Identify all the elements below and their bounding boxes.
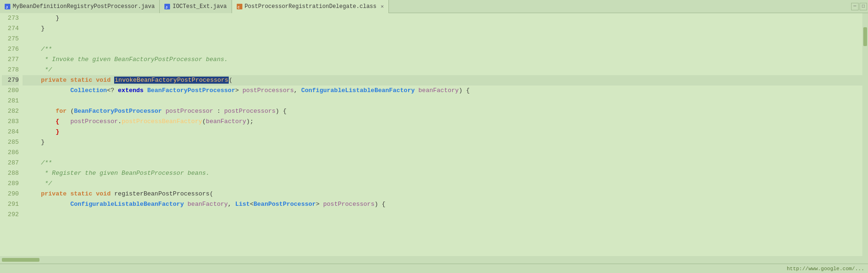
scrollbar-vertical[interactable] — [862, 13, 868, 256]
scrollbar-thumb-h[interactable] — [2, 258, 39, 262]
scrollbar-horizontal[interactable] — [0, 256, 862, 264]
maximize-button[interactable]: □ — [860, 3, 867, 10]
tab-close-button[interactable]: ✕ — [381, 3, 384, 9]
minimize-button[interactable]: ─ — [851, 3, 859, 10]
tab-label3: PostProcessorRegistrationDelegate.class — [245, 3, 377, 10]
tab-label: MyBeanDefinitionRegistryPostProcessor.ja… — [13, 3, 155, 10]
scrollbar-thumb-v[interactable] — [863, 27, 867, 46]
tab-postprocessor[interactable]: C PostProcessorRegistrationDelegate.clas… — [232, 0, 389, 13]
tab-mybeandef[interactable]: J MyBeanDefinitionRegistryPostProcessor.… — [0, 0, 160, 13]
code-line-290: private static void registerBeanPostProc… — [23, 189, 868, 199]
code-content[interactable]: } } /** * Invoke the given BeanFactoryPo… — [23, 13, 868, 264]
tab-ioctest[interactable]: J IOCTest_Ext.java — [160, 0, 232, 13]
code-line-281 — [23, 96, 868, 106]
java-icon2: J — [164, 4, 170, 9]
svg-text:C: C — [238, 6, 240, 9]
code-line-274: } — [23, 23, 868, 34]
code-line-288: * Register the given BeanPostProcessor b… — [23, 168, 868, 179]
code-lines: } } /** * Invoke the given BeanFactoryPo… — [23, 13, 868, 220]
code-line-278: */ — [23, 65, 868, 75]
scrollbar-corner — [862, 256, 868, 264]
svg-text:J: J — [6, 5, 8, 9]
code-line-291: ConfigurableListableBeanFactory beanFact… — [23, 199, 868, 210]
line-numbers: 273 274 275 276 277 278 279 280 281 282 … — [0, 13, 23, 264]
code-line-275 — [23, 34, 868, 44]
code-line-283: { postProcessor.postProcessBeanFactory(b… — [23, 117, 868, 127]
svg-text:J: J — [165, 5, 168, 9]
code-line-284: } — [23, 127, 868, 137]
tab-label2: IOCTest_Ext.java — [172, 3, 226, 10]
code-line-289: */ — [23, 179, 868, 189]
java-icon: J — [5, 4, 10, 9]
tab-bar: J MyBeanDefinitionRegistryPostProcessor.… — [0, 0, 868, 13]
code-line-287: /** — [23, 158, 868, 168]
editor-container: J MyBeanDefinitionRegistryPostProcessor.… — [0, 0, 868, 273]
code-line-282: for (BeanFactoryPostProcessor postProces… — [23, 106, 868, 117]
code-line-285: } — [23, 137, 868, 148]
class-icon: C — [237, 4, 242, 9]
code-line-280: Collection<? extends BeanFactoryPostProc… — [23, 86, 868, 96]
code-line-273: } — [23, 13, 868, 23]
status-text: http://www.google.com/... — [787, 266, 864, 272]
code-line-292 — [23, 210, 868, 220]
code-line-279: private static void invokeBeanFactoryPos… — [23, 75, 868, 86]
window-controls: ─ □ — [851, 3, 868, 10]
code-line-286 — [23, 148, 868, 158]
code-area: 273 274 275 276 277 278 279 280 281 282 … — [0, 13, 868, 264]
status-bar: http://www.google.com/... — [0, 264, 868, 273]
code-line-277: * Invoke the given BeanFactoryPostProces… — [23, 55, 868, 65]
code-line-276: /** — [23, 44, 868, 55]
